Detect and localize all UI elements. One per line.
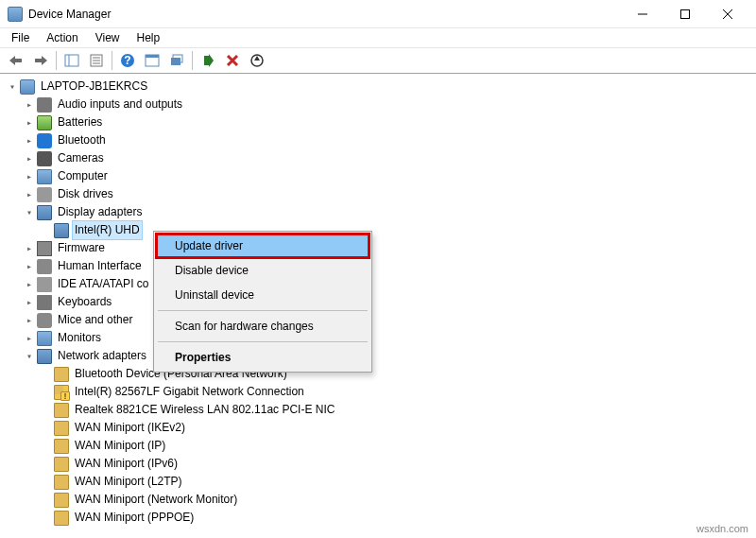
menu-help[interactable]: Help <box>129 29 168 46</box>
tree-category-computer[interactable]: Computer <box>6 167 750 185</box>
tree-category-audio[interactable]: Audio inputs and outputs <box>6 95 750 113</box>
expand-icon[interactable] <box>23 149 36 167</box>
tree-item-net[interactable]: Bluetooth Device (Personal Area Network) <box>6 365 750 383</box>
scan-hardware-button[interactable] <box>165 49 188 72</box>
tree-label: Mice and other <box>56 311 134 329</box>
tree-category-disk[interactable]: Disk drives <box>6 185 750 203</box>
help-button[interactable]: ? <box>116 49 139 72</box>
tree-category-batteries[interactable]: Batteries <box>6 113 750 131</box>
network-adapter-icon <box>54 439 69 454</box>
expand-icon[interactable] <box>23 185 36 203</box>
app-icon <box>8 7 23 22</box>
expand-icon[interactable] <box>23 257 36 275</box>
enable-device-button[interactable] <box>197 49 219 72</box>
network-adapter-icon <box>54 511 69 526</box>
ctx-disable-device[interactable]: Disable device <box>156 258 369 283</box>
network-adapter-icon <box>54 367 69 382</box>
tree-item-net[interactable]: Intel(R) 82567LF Gigabit Network Connect… <box>6 383 750 401</box>
chip-icon <box>37 241 52 256</box>
tree-item-net[interactable]: Realtek 8821CE Wireless LAN 802.11ac PCI… <box>6 401 750 419</box>
tree-item-net[interactable]: WAN Miniport (IP) <box>6 437 750 455</box>
tree-category-hid[interactable]: Human Interface <box>6 257 750 275</box>
tree-item-net[interactable]: WAN Miniport (PPPOE) <box>6 509 750 527</box>
device-tree[interactable]: LAPTOP-JB1EKRCS Audio inputs and outputs… <box>0 74 756 538</box>
computer-icon <box>37 169 52 184</box>
expand-icon[interactable] <box>23 167 36 185</box>
update-driver-button[interactable] <box>246 49 268 72</box>
tree-label: WAN Miniport (IP) <box>73 437 167 455</box>
battery-icon <box>37 115 52 130</box>
ctx-update-driver[interactable]: Update driver <box>156 234 369 258</box>
expand-icon[interactable] <box>23 131 36 149</box>
window-title: Device Manager <box>28 8 621 21</box>
tree-label: Bluetooth <box>56 131 108 149</box>
display-icon <box>54 223 69 238</box>
tree-category-bluetooth[interactable]: Bluetooth <box>6 131 750 149</box>
camera-icon <box>37 151 52 166</box>
expand-icon[interactable] <box>6 78 19 95</box>
tree-category-monitors[interactable]: Monitors <box>6 329 750 347</box>
menu-separator <box>158 341 368 342</box>
minimize-button[interactable] <box>621 0 663 28</box>
ctx-uninstall-device[interactable]: Uninstall device <box>156 283 369 307</box>
tree-label: Network adapters <box>56 347 148 365</box>
svg-text:?: ? <box>124 54 130 67</box>
ctx-properties[interactable]: Properties <box>156 345 369 370</box>
tree-label: Realtek 8821CE Wireless LAN 802.11ac PCI… <box>73 401 336 419</box>
tree-category-cameras[interactable]: Cameras <box>6 149 750 167</box>
mouse-icon <box>37 313 52 328</box>
svg-rect-6 <box>65 55 78 66</box>
expand-icon[interactable] <box>23 329 36 347</box>
uninstall-device-button[interactable] <box>221 49 244 72</box>
tree-label: Monitors <box>56 329 103 347</box>
network-adapter-icon <box>54 421 69 436</box>
tree-category-keyboards[interactable]: Keyboards <box>6 293 750 311</box>
svg-rect-18 <box>204 56 209 65</box>
tree-label: WAN Miniport (L2TP) <box>73 473 184 491</box>
hid-icon <box>37 259 52 274</box>
tree-label: Disk drives <box>56 185 115 203</box>
tree-category-display[interactable]: Display adapters <box>6 203 750 221</box>
properties-button[interactable] <box>85 49 108 72</box>
expand-icon[interactable] <box>23 347 36 365</box>
ctx-scan-hardware[interactable]: Scan for hardware changes <box>156 314 369 338</box>
keyboard-icon <box>37 295 52 310</box>
expand-icon[interactable] <box>23 203 36 221</box>
expand-icon[interactable] <box>23 95 36 113</box>
close-button[interactable] <box>706 0 748 28</box>
menu-action[interactable]: Action <box>39 29 85 46</box>
tree-category-firmware[interactable]: Firmware <box>6 239 750 257</box>
back-button[interactable] <box>5 49 27 72</box>
tree-item-net[interactable]: WAN Miniport (Network Monitor) <box>6 491 750 509</box>
expand-icon[interactable] <box>23 113 36 131</box>
expand-icon[interactable] <box>23 239 36 257</box>
tree-category-network[interactable]: Network adapters <box>6 347 750 365</box>
network-adapter-warning-icon <box>54 385 69 400</box>
watermark: wsxdn.com <box>696 523 748 534</box>
tree-label: IDE ATA/ATAPI co <box>56 275 150 293</box>
tree-item-intel-uhd[interactable]: Intel(R) UHD <box>6 221 750 239</box>
forward-button[interactable] <box>29 49 52 72</box>
expand-icon[interactable] <box>23 293 36 311</box>
menu-file[interactable]: File <box>4 29 37 46</box>
tree-root[interactable]: LAPTOP-JB1EKRCS <box>6 78 750 95</box>
action-button[interactable] <box>141 49 163 72</box>
tree-label: Intel(R) UHD <box>73 221 142 239</box>
svg-marker-23 <box>254 56 260 61</box>
computer-icon <box>20 79 35 95</box>
tree-item-net[interactable]: WAN Miniport (IKEv2) <box>6 419 750 437</box>
expand-icon[interactable] <box>23 275 36 293</box>
tree-label: Computer <box>56 167 110 185</box>
show-hide-console-tree-button[interactable] <box>60 49 83 72</box>
tree-label: Intel(R) 82567LF Gigabit Network Connect… <box>73 383 306 401</box>
tree-item-net[interactable]: WAN Miniport (IPv6) <box>6 455 750 473</box>
tree-label: Cameras <box>56 149 106 167</box>
display-icon <box>37 205 52 220</box>
tree-item-net[interactable]: WAN Miniport (L2TP) <box>6 473 750 491</box>
context-menu: Update driver Disable device Uninstall d… <box>153 231 372 373</box>
tree-category-mice[interactable]: Mice and other <box>6 311 750 329</box>
expand-icon[interactable] <box>23 311 36 329</box>
maximize-button[interactable] <box>663 0 706 28</box>
menu-view[interactable]: View <box>88 29 128 46</box>
tree-category-ide[interactable]: IDE ATA/ATAPI co <box>6 275 750 293</box>
